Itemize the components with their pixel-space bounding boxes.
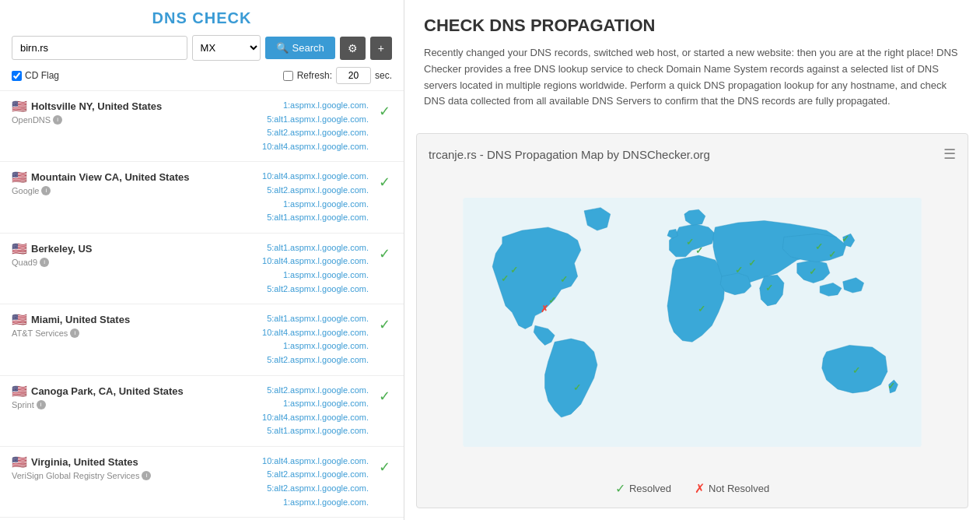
flag-icon: 🇺🇸 xyxy=(12,384,27,399)
flag-icon: 🇺🇸 xyxy=(12,312,27,327)
status-icon: ✓ xyxy=(376,245,392,262)
location-name: 🇺🇸Holtsville NY, United States xyxy=(12,99,262,114)
search-row: MX A AAAA CNAME NS TXT SOA SRV CAA DS DN… xyxy=(12,35,392,61)
menu-icon[interactable]: ☰ xyxy=(943,146,956,163)
map-legend: ✓ Resolved ✗ Not Resolved xyxy=(429,481,956,496)
map-container: trcanje.rs - DNS Propagation Map by DNSC… xyxy=(416,133,968,508)
location-name: 🇺🇸Berkeley, US xyxy=(12,241,262,256)
info-title: CHECK DNS PROPAGATION xyxy=(424,16,961,36)
dns-record: 1:aspmx.l.google.com. xyxy=(283,496,369,510)
info-icon[interactable]: i xyxy=(70,329,79,338)
flag-icon: 🇺🇸 xyxy=(12,99,27,114)
svg-text:✓: ✓ xyxy=(748,258,756,268)
dns-records: 5:alt2.aspmx.l.google.com.1:aspmx.l.goog… xyxy=(262,384,369,438)
refresh-container: Refresh: sec. xyxy=(283,67,392,84)
location-info: 🇺🇸Holtsville NY, United StatesOpenDNSi xyxy=(12,99,262,125)
provider-name: AT&T Servicesi xyxy=(12,329,262,338)
svg-text:✓: ✓ xyxy=(852,364,860,374)
info-description: Recently changed your DNS records, switc… xyxy=(424,45,961,110)
svg-text:✓: ✓ xyxy=(573,382,581,392)
dns-records: 5:alt1.aspmx.l.google.com.10:alt4.aspmx.… xyxy=(262,312,369,367)
location-text: Canoga Park, CA, United States xyxy=(31,385,184,397)
dns-record: 10:alt4.aspmx.l.google.com. xyxy=(262,455,369,469)
dns-record: 10:alt4.aspmx.l.google.com. xyxy=(262,170,369,184)
refresh-checkbox[interactable] xyxy=(283,71,293,81)
location-text: Holtsville NY, United States xyxy=(31,100,162,112)
dns-records: 10:alt4.aspmx.l.google.com.5:alt2.aspmx.… xyxy=(262,455,369,509)
resolved-label: Resolved xyxy=(629,483,671,494)
cd-flag-label[interactable]: CD Flag xyxy=(12,70,59,81)
right-panel: CHECK DNS PROPAGATION Recently changed y… xyxy=(404,0,980,520)
cd-flag-checkbox[interactable] xyxy=(12,71,22,81)
left-header: DNS CHECK MX A AAAA CNAME NS TXT SOA SRV… xyxy=(0,0,404,91)
search-label: Search xyxy=(292,42,324,54)
dns-record: 1:aspmx.l.google.com. xyxy=(283,99,369,113)
table-row: 🇺🇸Virginia, United StatesVeriSign Global… xyxy=(0,447,404,518)
svg-text:✓: ✓ xyxy=(809,266,817,276)
dns-record: 1:aspmx.l.google.com. xyxy=(283,339,369,353)
info-section: CHECK DNS PROPAGATION Recently changed y… xyxy=(404,0,980,125)
dns-record: 5:alt2.aspmx.l.google.com. xyxy=(267,184,369,198)
dns-record: 5:alt2.aspmx.l.google.com. xyxy=(267,353,369,367)
table-row: 🇺🇸Miami, United StatesAT&T Servicesi5:al… xyxy=(0,304,404,375)
location-info: 🇺🇸Canoga Park, CA, United StatesSprinti xyxy=(12,384,262,409)
legend-not-resolved: ✗ Not Resolved xyxy=(695,481,769,496)
info-icon[interactable]: i xyxy=(142,471,151,480)
svg-text:✓: ✓ xyxy=(842,234,849,244)
location-name: 🇺🇸Virginia, United States xyxy=(12,455,262,469)
dns-record: 5:alt1.aspmx.l.google.com. xyxy=(267,312,369,326)
status-icon: ✓ xyxy=(376,388,392,405)
refresh-input[interactable] xyxy=(336,67,371,84)
dns-record: 5:alt2.aspmx.l.google.com. xyxy=(267,384,369,398)
dns-record: 1:aspmx.l.google.com. xyxy=(283,269,369,283)
app-title: DNS CHECK xyxy=(12,9,392,27)
world-map-wrapper: ✓ ✓ ✓ ✓ ✗ ✓ ✓ ✓ ✓ ✓ ✓ ✓ xyxy=(429,170,956,473)
status-icon: ✓ xyxy=(376,459,392,476)
dns-record: 10:alt4.aspmx.l.google.com. xyxy=(262,326,369,340)
flag-icon: 🇺🇸 xyxy=(12,241,27,256)
svg-text:✓: ✓ xyxy=(887,380,895,390)
dns-results: 🇺🇸Holtsville NY, United StatesOpenDNSi1:… xyxy=(0,91,404,520)
dns-record: 1:aspmx.l.google.com. xyxy=(283,397,369,411)
dns-record: 1:aspmx.l.google.com. xyxy=(283,198,369,212)
dns-record: 10:alt4.aspmx.l.google.com. xyxy=(262,411,369,425)
location-info: 🇺🇸Miami, United StatesAT&T Servicesi xyxy=(12,312,262,338)
flag-icon: 🇺🇸 xyxy=(12,455,27,469)
svg-text:✓: ✓ xyxy=(698,304,705,314)
add-button[interactable]: + xyxy=(370,37,392,60)
svg-text:✓: ✓ xyxy=(560,274,568,284)
location-info: 🇺🇸Virginia, United StatesVeriSign Global… xyxy=(12,455,262,480)
gear-icon: ⚙ xyxy=(348,42,358,54)
location-info: 🇺🇸Berkeley, USQuad9i xyxy=(12,241,262,267)
dns-record: 5:alt2.aspmx.l.google.com. xyxy=(267,468,369,482)
info-icon[interactable]: i xyxy=(53,115,62,125)
svg-text:✓: ✓ xyxy=(815,241,823,251)
table-row: 🇺🇸Mountain View CA, United StatesGooglei… xyxy=(0,162,404,233)
svg-text:✓: ✓ xyxy=(695,244,703,255)
info-icon[interactable]: i xyxy=(40,258,49,267)
status-icon: ✓ xyxy=(376,316,392,333)
sec-label: sec. xyxy=(375,70,392,81)
refresh-text: Refresh: xyxy=(297,70,332,81)
search-button[interactable]: 🔍 Search xyxy=(265,37,335,59)
options-row: CD Flag Refresh: sec. xyxy=(12,67,392,84)
dns-records: 1:aspmx.l.google.com.5:alt1.aspmx.l.goog… xyxy=(262,99,369,153)
svg-text:✓: ✓ xyxy=(735,264,743,274)
left-panel: DNS CHECK MX A AAAA CNAME NS TXT SOA SRV… xyxy=(0,0,404,520)
svg-text:✓: ✓ xyxy=(501,272,509,283)
domain-input[interactable] xyxy=(12,36,187,60)
map-title-row: trcanje.rs - DNS Propagation Map by DNSC… xyxy=(429,146,956,163)
resolved-icon: ✓ xyxy=(615,481,625,496)
record-type-select[interactable]: MX A AAAA CNAME NS TXT SOA SRV CAA DS DN… xyxy=(192,35,261,61)
flag-icon: 🇺🇸 xyxy=(12,170,27,184)
settings-button[interactable]: ⚙ xyxy=(340,37,366,60)
location-name: 🇺🇸Canoga Park, CA, United States xyxy=(12,384,262,399)
info-icon[interactable]: i xyxy=(37,400,46,409)
location-name: 🇺🇸Mountain View CA, United States xyxy=(12,170,262,184)
table-row: 🇺🇸Holtsville NY, United StatesOpenDNSi1:… xyxy=(0,91,404,162)
dns-records: 10:alt4.aspmx.l.google.com.5:alt2.aspmx.… xyxy=(262,170,369,224)
provider-name: OpenDNSi xyxy=(12,115,262,125)
info-icon[interactable]: i xyxy=(41,186,51,195)
dns-record: 10:alt4.aspmx.l.google.com. xyxy=(262,140,369,154)
dns-record: 10:alt4.aspmx.l.google.com. xyxy=(262,255,369,269)
